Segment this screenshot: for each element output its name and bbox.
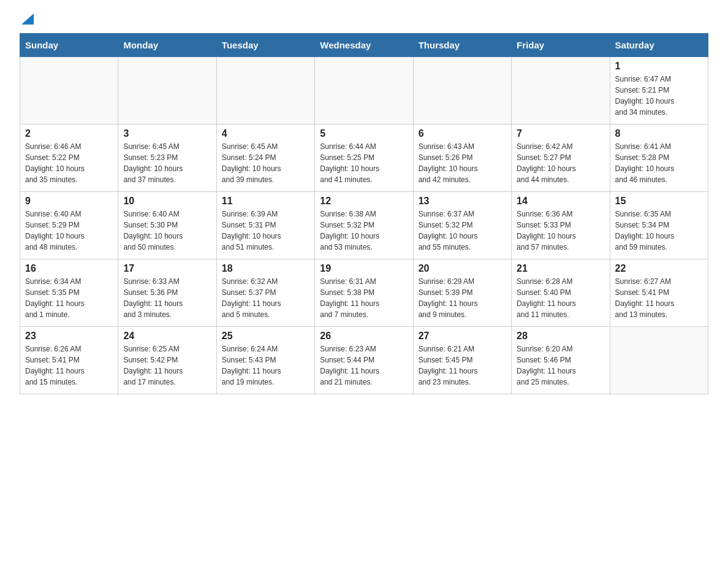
day-info: Sunrise: 6:32 AMSunset: 5:37 PMDaylight:… (222, 276, 309, 320)
day-info: Sunrise: 6:40 AMSunset: 5:30 PMDaylight:… (123, 209, 211, 253)
calendar-cell: 7Sunrise: 6:42 AMSunset: 5:27 PMDaylight… (512, 124, 610, 192)
calendar-cell: 14Sunrise: 6:36 AMSunset: 5:33 PMDayligh… (512, 192, 610, 259)
day-number: 25 (222, 331, 309, 342)
calendar-week-3: 9Sunrise: 6:40 AMSunset: 5:29 PMDaylight… (20, 192, 708, 259)
day-number: 22 (615, 263, 703, 274)
calendar-cell: 28Sunrise: 6:20 AMSunset: 5:46 PMDayligh… (512, 327, 610, 394)
calendar-week-2: 2Sunrise: 6:46 AMSunset: 5:22 PMDaylight… (20, 124, 708, 192)
day-number: 13 (419, 196, 506, 207)
calendar-cell: 10Sunrise: 6:40 AMSunset: 5:30 PMDayligh… (118, 192, 216, 259)
day-info: Sunrise: 6:40 AMSunset: 5:29 PMDaylight:… (25, 209, 113, 253)
calendar-week-5: 23Sunrise: 6:26 AMSunset: 5:41 PMDayligh… (20, 327, 708, 394)
day-info: Sunrise: 6:45 AMSunset: 5:23 PMDaylight:… (123, 141, 211, 185)
calendar-cell: 2Sunrise: 6:46 AMSunset: 5:22 PMDaylight… (20, 124, 118, 192)
day-number: 19 (320, 263, 408, 274)
day-number: 3 (123, 128, 211, 139)
weekday-header-friday: Friday (512, 34, 610, 57)
weekday-header-saturday: Saturday (610, 34, 708, 57)
logo-triangle-icon (21, 13, 34, 26)
calendar-cell: 15Sunrise: 6:35 AMSunset: 5:34 PMDayligh… (610, 192, 708, 259)
day-number: 4 (222, 128, 309, 139)
weekday-header-wednesday: Wednesday (315, 34, 413, 57)
calendar-cell: 17Sunrise: 6:33 AMSunset: 5:36 PMDayligh… (118, 259, 216, 327)
day-info: Sunrise: 6:35 AMSunset: 5:34 PMDaylight:… (615, 209, 703, 253)
calendar-cell (610, 327, 708, 394)
day-number: 23 (25, 331, 113, 342)
weekday-header-thursday: Thursday (413, 34, 511, 57)
calendar-cell: 5Sunrise: 6:44 AMSunset: 5:25 PMDaylight… (315, 124, 413, 192)
day-info: Sunrise: 6:41 AMSunset: 5:28 PMDaylight:… (615, 141, 703, 185)
calendar-cell: 27Sunrise: 6:21 AMSunset: 5:45 PMDayligh… (413, 327, 511, 394)
day-info: Sunrise: 6:29 AMSunset: 5:39 PMDaylight:… (419, 276, 506, 320)
day-number: 2 (25, 128, 113, 139)
day-info: Sunrise: 6:23 AMSunset: 5:44 PMDaylight:… (320, 343, 408, 388)
calendar-cell: 25Sunrise: 6:24 AMSunset: 5:43 PMDayligh… (216, 327, 314, 394)
calendar-cell: 21Sunrise: 6:28 AMSunset: 5:40 PMDayligh… (512, 259, 610, 327)
day-number: 6 (419, 128, 506, 139)
day-info: Sunrise: 6:44 AMSunset: 5:25 PMDaylight:… (320, 141, 408, 185)
calendar-cell: 23Sunrise: 6:26 AMSunset: 5:41 PMDayligh… (20, 327, 118, 394)
page-header (20, 15, 708, 23)
calendar-cell: 4Sunrise: 6:45 AMSunset: 5:24 PMDaylight… (216, 124, 314, 192)
calendar-cell: 11Sunrise: 6:39 AMSunset: 5:31 PMDayligh… (216, 192, 314, 259)
svg-marker-0 (21, 13, 34, 25)
day-number: 1 (615, 61, 703, 72)
day-number: 17 (123, 263, 211, 274)
calendar-cell (20, 57, 118, 124)
calendar-cell (118, 57, 216, 124)
day-number: 9 (25, 196, 113, 207)
calendar-cell: 26Sunrise: 6:23 AMSunset: 5:44 PMDayligh… (315, 327, 413, 394)
day-info: Sunrise: 6:46 AMSunset: 5:22 PMDaylight:… (25, 141, 113, 185)
calendar-cell: 8Sunrise: 6:41 AMSunset: 5:28 PMDaylight… (610, 124, 708, 192)
day-info: Sunrise: 6:42 AMSunset: 5:27 PMDaylight:… (517, 141, 604, 185)
calendar-week-4: 16Sunrise: 6:34 AMSunset: 5:35 PMDayligh… (20, 259, 708, 327)
calendar-cell (315, 57, 413, 124)
calendar-cell: 19Sunrise: 6:31 AMSunset: 5:38 PMDayligh… (315, 259, 413, 327)
day-number: 28 (517, 331, 604, 342)
calendar-week-1: 1Sunrise: 6:47 AMSunset: 5:21 PMDaylight… (20, 57, 708, 124)
calendar-cell: 22Sunrise: 6:27 AMSunset: 5:41 PMDayligh… (610, 259, 708, 327)
day-number: 5 (320, 128, 408, 139)
day-number: 16 (25, 263, 113, 274)
day-info: Sunrise: 6:25 AMSunset: 5:42 PMDaylight:… (123, 343, 211, 388)
day-info: Sunrise: 6:38 AMSunset: 5:32 PMDaylight:… (320, 209, 408, 253)
day-info: Sunrise: 6:43 AMSunset: 5:26 PMDaylight:… (419, 141, 506, 185)
day-info: Sunrise: 6:28 AMSunset: 5:40 PMDaylight:… (517, 276, 604, 320)
day-info: Sunrise: 6:37 AMSunset: 5:32 PMDaylight:… (419, 209, 506, 253)
day-number: 11 (222, 196, 309, 207)
weekday-header-monday: Monday (118, 34, 216, 57)
day-number: 12 (320, 196, 408, 207)
calendar-cell: 6Sunrise: 6:43 AMSunset: 5:26 PMDaylight… (413, 124, 511, 192)
calendar-cell: 24Sunrise: 6:25 AMSunset: 5:42 PMDayligh… (118, 327, 216, 394)
day-number: 15 (615, 196, 703, 207)
weekday-header-sunday: Sunday (20, 34, 118, 57)
day-info: Sunrise: 6:24 AMSunset: 5:43 PMDaylight:… (222, 343, 309, 388)
weekday-header-tuesday: Tuesday (216, 34, 314, 57)
day-info: Sunrise: 6:39 AMSunset: 5:31 PMDaylight:… (222, 209, 309, 253)
day-number: 21 (517, 263, 604, 274)
day-info: Sunrise: 6:27 AMSunset: 5:41 PMDaylight:… (615, 276, 703, 320)
day-number: 7 (517, 128, 604, 139)
calendar-cell (216, 57, 314, 124)
day-number: 26 (320, 331, 408, 342)
day-info: Sunrise: 6:31 AMSunset: 5:38 PMDaylight:… (320, 276, 408, 320)
calendar-cell: 9Sunrise: 6:40 AMSunset: 5:29 PMDaylight… (20, 192, 118, 259)
calendar-cell: 12Sunrise: 6:38 AMSunset: 5:32 PMDayligh… (315, 192, 413, 259)
calendar-cell: 13Sunrise: 6:37 AMSunset: 5:32 PMDayligh… (413, 192, 511, 259)
calendar-cell: 18Sunrise: 6:32 AMSunset: 5:37 PMDayligh… (216, 259, 314, 327)
day-info: Sunrise: 6:33 AMSunset: 5:36 PMDaylight:… (123, 276, 211, 320)
day-info: Sunrise: 6:20 AMSunset: 5:46 PMDaylight:… (517, 343, 604, 388)
day-info: Sunrise: 6:47 AMSunset: 5:21 PMDaylight:… (615, 74, 703, 118)
day-number: 8 (615, 128, 703, 139)
day-number: 24 (123, 331, 211, 342)
day-info: Sunrise: 6:36 AMSunset: 5:33 PMDaylight:… (517, 209, 604, 253)
calendar-table: SundayMondayTuesdayWednesdayThursdayFrid… (20, 33, 708, 394)
day-number: 14 (517, 196, 604, 207)
day-info: Sunrise: 6:26 AMSunset: 5:41 PMDaylight:… (25, 343, 113, 388)
calendar-cell (413, 57, 511, 124)
day-number: 18 (222, 263, 309, 274)
day-number: 20 (419, 263, 506, 274)
calendar-cell: 16Sunrise: 6:34 AMSunset: 5:35 PMDayligh… (20, 259, 118, 327)
calendar-header-row: SundayMondayTuesdayWednesdayThursdayFrid… (20, 34, 708, 57)
calendar-cell: 20Sunrise: 6:29 AMSunset: 5:39 PMDayligh… (413, 259, 511, 327)
